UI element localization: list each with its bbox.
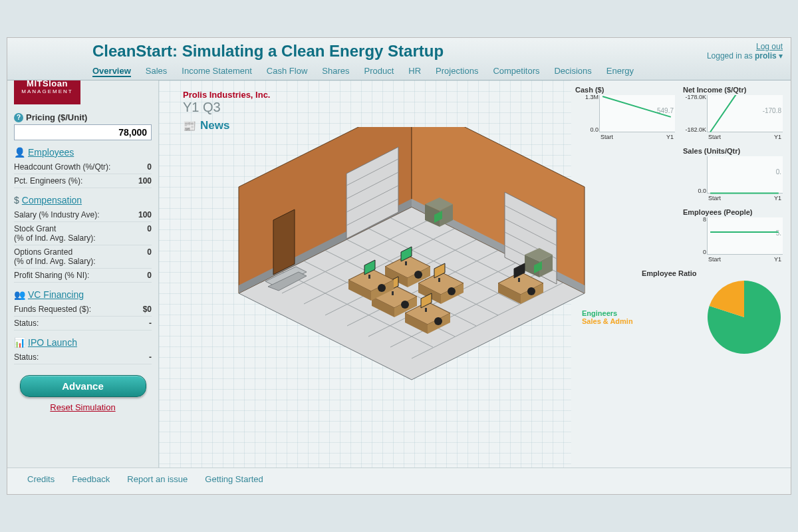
sidebar-row: Stock Grant(% of Ind. Avg. Salary):0 bbox=[14, 222, 152, 245]
main-canvas: Prolis Industries, Inc. Y1 Q3 📰 News bbox=[159, 80, 571, 467]
footer-report-an-issue[interactable]: Report an issue bbox=[127, 474, 188, 484]
svg-rect-69 bbox=[368, 275, 370, 279]
nav-sales[interactable]: Sales bbox=[146, 66, 168, 77]
person-icon: 👤 bbox=[14, 147, 25, 158]
chart-cash: Cash ($)1.3M0.0549.7StartY1 bbox=[575, 86, 675, 140]
logo-text-2: MANAGEMENT bbox=[14, 88, 80, 94]
nav-energy[interactable]: Energy bbox=[606, 66, 634, 77]
nav-projections[interactable]: Projections bbox=[436, 66, 478, 77]
chart-net-income: Net Income ($/Qtr)-178.0K-182.0K-170.8St… bbox=[683, 86, 783, 140]
svg-point-76 bbox=[527, 287, 535, 295]
page-title: CleanStart: Simulating a Clean Energy St… bbox=[92, 38, 791, 61]
compensation-heading[interactable]: $Compensation bbox=[14, 195, 152, 205]
sidebar-row: Options Granted(% of Ind. Avg. Salary):0 bbox=[14, 245, 152, 269]
nav-income-statement[interactable]: Income Statement bbox=[182, 66, 252, 77]
vc-heading[interactable]: 👥VC Financing bbox=[14, 289, 152, 300]
svg-point-46 bbox=[414, 271, 422, 279]
nav-shares[interactable]: Shares bbox=[322, 66, 349, 77]
employees-heading[interactable]: 👤Employees bbox=[14, 147, 152, 158]
svg-point-52 bbox=[448, 287, 456, 295]
top-nav: OverviewSalesIncome StatementCash FlowSh… bbox=[92, 66, 634, 77]
app-frame: MITSloan MANAGEMENT CleanStart: Simulati… bbox=[7, 37, 791, 495]
chart-ratio-title: Employee Ratio bbox=[642, 269, 784, 277]
nav-product[interactable]: Product bbox=[364, 66, 394, 77]
pricing-input[interactable] bbox=[14, 124, 152, 140]
footer-feedback[interactable]: Feedback bbox=[72, 474, 110, 484]
help-icon[interactable]: ? bbox=[14, 113, 23, 122]
sidebar-row: Status:- bbox=[14, 350, 152, 364]
logout-link[interactable]: Log out bbox=[756, 42, 783, 51]
dollar-icon: $ bbox=[14, 195, 19, 205]
svg-rect-51 bbox=[438, 278, 440, 282]
sidebar-row: Salary (% Industry Ave):100 bbox=[14, 208, 152, 222]
advance-button[interactable]: Advance bbox=[20, 375, 146, 397]
pie-legend: Engineers Sales & Admin bbox=[582, 309, 633, 325]
people-icon: 👥 bbox=[14, 289, 25, 300]
isometric-office bbox=[232, 127, 591, 413]
nav-hr[interactable]: HR bbox=[408, 66, 421, 77]
period-label: Y1 Q3 bbox=[183, 100, 270, 115]
nav-decisions[interactable]: Decisions bbox=[554, 66, 591, 77]
sidebar-row: Funds Requested ($):$0 bbox=[14, 303, 152, 317]
footer: CreditsFeedbackReport an issueGetting St… bbox=[7, 467, 791, 490]
reset-simulation-link[interactable]: Reset Simulation bbox=[14, 402, 152, 412]
svg-marker-20 bbox=[273, 209, 295, 275]
charts-panel: Cash ($)1.3M0.0549.7StartY1 Net Income (… bbox=[571, 80, 791, 467]
header: CleanStart: Simulating a Clean Energy St… bbox=[7, 38, 791, 80]
footer-getting-started[interactable]: Getting Started bbox=[205, 474, 263, 484]
sidebar: ? Pricing ($/Unit) 👤Employees Headcount … bbox=[7, 80, 159, 467]
ipo-heading[interactable]: 📊IPO Launch bbox=[14, 337, 152, 348]
svg-rect-75 bbox=[518, 278, 520, 282]
svg-rect-45 bbox=[405, 261, 407, 265]
chart-icon: 📊 bbox=[14, 337, 25, 348]
svg-point-70 bbox=[378, 284, 386, 292]
chart-employee-ratio bbox=[704, 277, 784, 357]
sidebar-row: Headcount Growth (%/Qtr):0 bbox=[14, 160, 152, 174]
nav-cash-flow[interactable]: Cash Flow bbox=[267, 66, 307, 77]
logged-in-label: Logged in as prolis ▾ bbox=[707, 51, 783, 61]
pricing-label: ? Pricing ($/Unit) bbox=[14, 112, 152, 122]
news-link[interactable]: 📰 News bbox=[183, 119, 229, 132]
svg-rect-57 bbox=[392, 291, 394, 295]
company-name: Prolis Industries, Inc. bbox=[183, 90, 270, 100]
chart-employees: Employees (People)805.StartY1 bbox=[683, 208, 783, 263]
svg-rect-63 bbox=[425, 308, 427, 312]
sidebar-row: Profit Sharing (% NI):0 bbox=[14, 269, 152, 283]
sidebar-row: Pct. Engineers (%):100 bbox=[14, 174, 152, 188]
chart-sales: Sales (Units/Qtr)0.00.StartY1 bbox=[683, 147, 783, 201]
sidebar-row: Status:- bbox=[14, 317, 152, 331]
newspaper-icon: 📰 bbox=[183, 120, 196, 132]
footer-credits[interactable]: Credits bbox=[27, 474, 55, 484]
nav-competitors[interactable]: Competitors bbox=[493, 66, 539, 77]
svg-point-64 bbox=[434, 317, 442, 325]
svg-point-58 bbox=[401, 301, 409, 309]
nav-overview[interactable]: Overview bbox=[92, 66, 131, 77]
